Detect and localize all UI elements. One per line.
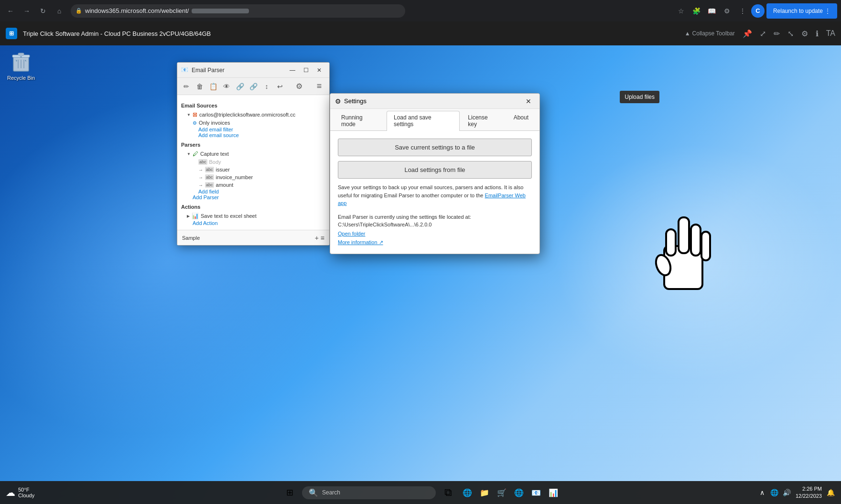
relaunch-dots-icon: ⋮ — [825, 8, 830, 14]
tray-network-icon[interactable]: 🌐 — [770, 488, 779, 497]
search-icon: 🔍 — [309, 488, 318, 497]
add-email-filter-button[interactable]: Add email filter — [181, 127, 325, 132]
weather-widget[interactable]: ☁ 50°F Cloudy — [6, 487, 34, 498]
taskbar-app-edge[interactable]: 🌐 — [461, 486, 474, 499]
system-clock[interactable]: 2:26 PM 12/22/2023 — [796, 485, 822, 500]
expand-arrow-icon: ▼ — [187, 113, 191, 117]
amount-field-item[interactable]: → abc amount — [181, 181, 325, 189]
cloud-pc-logo: ⊞ — [6, 28, 17, 39]
add-field-button[interactable]: Add field — [181, 189, 325, 194]
hamburger-menu-button[interactable]: ≡ — [313, 80, 325, 93]
filter-item[interactable]: ⚙ Only invoices — [181, 119, 325, 127]
add-email-source-button[interactable]: Add email source — [181, 132, 325, 138]
window-title: Triple Click Software Admin - Cloud PC B… — [23, 30, 211, 37]
sample-menu-button[interactable]: ≡ — [321, 234, 324, 242]
maximize-button[interactable]: ☐ — [300, 65, 312, 75]
info-icon[interactable]: ℹ — [816, 29, 819, 38]
tray-chevron-icon[interactable]: ∧ — [757, 488, 767, 497]
search-bar[interactable]: 🔍 Search — [302, 486, 436, 499]
collapse-toolbar-button[interactable]: ▲ Collapse Toolbar — [685, 30, 735, 37]
tray-volume-icon[interactable]: 🔊 — [782, 488, 792, 497]
profile-badge[interactable]: C — [751, 4, 765, 18]
file-info-prefix: Email Parser is currently using the sett… — [338, 214, 471, 220]
email-sources-header: Email Sources — [181, 103, 325, 108]
tab-running-mode[interactable]: Running mode — [334, 111, 386, 130]
add-sample-button[interactable]: + — [315, 234, 319, 242]
view-icon[interactable]: 👁 — [221, 81, 232, 92]
taskbar-app-browser[interactable]: 🌐 — [512, 486, 526, 499]
link2-icon[interactable]: 🔗 — [248, 81, 259, 92]
forward-button[interactable]: → — [20, 4, 33, 18]
add-parser-button[interactable]: Add Parser — [181, 194, 325, 200]
account-icon[interactable]: TA — [826, 29, 835, 38]
tab-license-key[interactable]: License key — [461, 111, 505, 130]
invoice-number-field-item[interactable]: → abc invoice_number — [181, 173, 325, 181]
weather-condition: Cloudy — [18, 493, 34, 498]
minimize-button[interactable]: — — [286, 65, 299, 75]
settings-close-button[interactable]: ✕ — [522, 95, 535, 107]
relaunch-label: Relaunch to update — [773, 8, 823, 14]
security-icon: 🔒 — [75, 8, 82, 14]
body-field-item[interactable]: abc Body — [181, 158, 325, 166]
start-button[interactable]: ⊞ — [281, 484, 298, 501]
settings-button[interactable]: ⚙ — [721, 4, 734, 18]
reload-button[interactable]: ↻ — [36, 4, 50, 18]
abc-icon4: abc — [205, 182, 214, 188]
search-placeholder: Search — [322, 489, 340, 496]
capture-text-item[interactable]: ▼ 🖊 Capture text — [181, 150, 325, 158]
reading-view-button[interactable]: 📖 — [705, 4, 719, 18]
pen-icon[interactable]: ✏ — [774, 29, 780, 38]
settings-description: Save your settings to back up your email… — [338, 183, 532, 207]
hand-cursor-icon — [645, 208, 722, 303]
amount-label: amount — [216, 182, 234, 188]
taskbar-app-email-parser[interactable]: 📊 — [547, 486, 560, 499]
invoice-number-label: invoice_number — [216, 174, 253, 180]
taskbar-app-store[interactable]: 🛒 — [495, 486, 508, 499]
copy-icon[interactable]: 📋 — [208, 81, 218, 92]
abc-icon: abc — [198, 159, 207, 165]
action-arrow-icon: ▶ — [187, 214, 190, 218]
browser-toolbar-right: ☆ 🧩 📖 ⚙ ⋮ C Relaunch to update ⋮ — [675, 3, 837, 19]
email-parser-toolbar: ✏ 🗑 📋 👁 🔗 🔗 ↕ ↩ ⚙ ≡ — [177, 78, 329, 95]
recycle-bin-icon[interactable]: Recycle Bin — [7, 50, 35, 81]
upload-tooltip: Upload files — [620, 91, 659, 103]
undo-icon[interactable]: ↩ — [275, 81, 285, 92]
system-tray: ∧ 🌐 🔊 — [757, 488, 792, 497]
delete-icon[interactable]: 🗑 — [194, 81, 205, 92]
window-toolbar-icons: ▲ Collapse Toolbar 📌 ⤢ ✏ ⤡ ⚙ ℹ TA — [685, 29, 835, 38]
recycle-bin-label: Recycle Bin — [7, 75, 35, 81]
pin-icon[interactable]: 📌 — [743, 29, 752, 38]
tab-about[interactable]: About — [507, 111, 536, 130]
home-button[interactable]: ⌂ — [53, 4, 66, 18]
link-icon[interactable]: 🔗 — [235, 81, 245, 92]
issuer-field-item[interactable]: → abc issuer — [181, 166, 325, 173]
more-button[interactable]: ⋮ — [736, 4, 749, 18]
email-source-item[interactable]: ▼ ⊠ carlos@tripleclicksoftware.onmicroso… — [181, 110, 325, 119]
taskview-button[interactable]: ⧉ — [440, 484, 457, 501]
collapse-toolbar-label: Collapse Toolbar — [692, 30, 735, 37]
save-settings-button[interactable]: Save current settings to a file — [338, 139, 532, 156]
extensions-button[interactable]: 🧩 — [690, 4, 703, 18]
load-settings-button[interactable]: Load settings from file — [338, 161, 532, 179]
more-info-link[interactable]: More information ↗ — [338, 239, 383, 245]
action-item[interactable]: ▶ 📊 Save text to excel sheet — [181, 212, 325, 220]
open-folder-link[interactable]: Open folder — [338, 231, 532, 236]
expand-icon[interactable]: ⤡ — [787, 29, 794, 38]
settings-gear-button[interactable]: ⚙ — [293, 80, 305, 93]
window-controls: — ☐ ✕ — [286, 65, 325, 75]
add-action-button[interactable]: Add Action — [181, 220, 325, 226]
close-button[interactable]: ✕ — [313, 65, 325, 75]
relaunch-button[interactable]: Relaunch to update ⋮ — [766, 3, 837, 19]
taskbar-app-email[interactable]: 📧 — [529, 486, 543, 499]
notification-icon[interactable]: 🔔 — [826, 488, 835, 497]
edit-icon[interactable]: ✏ — [181, 81, 192, 92]
bookmark-button[interactable]: ☆ — [675, 4, 688, 18]
taskbar-app-explorer[interactable]: 📁 — [478, 486, 491, 499]
split-icon[interactable]: ↕ — [261, 81, 272, 92]
tab-load-save-settings[interactable]: Load and save settings — [387, 111, 460, 131]
address-bar[interactable]: 🔒 windows365.microsoft.com/webclient/ — [71, 4, 405, 18]
back-button[interactable]: ← — [4, 4, 17, 18]
gear-icon[interactable]: ⚙ — [801, 29, 808, 38]
file-path-value: C:\Users\TripleClickSoftwareA\...\6.2.0.… — [338, 222, 431, 227]
fit-icon[interactable]: ⤢ — [760, 29, 766, 38]
